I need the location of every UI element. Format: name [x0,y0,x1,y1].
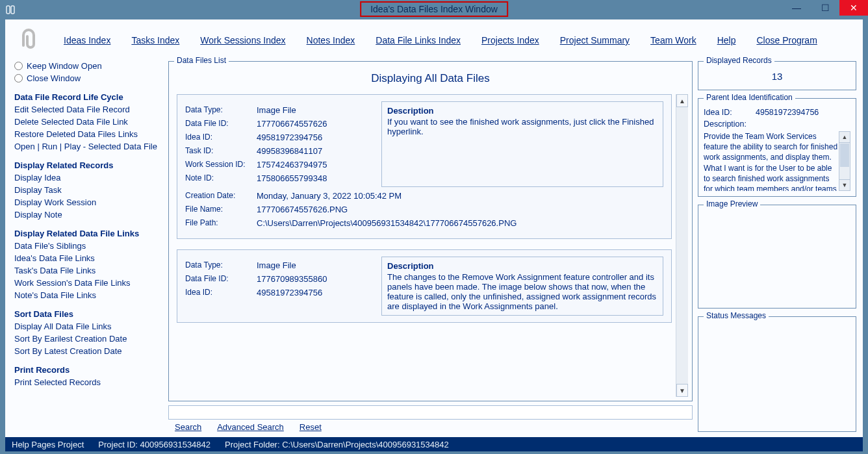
keep-window-open-input[interactable] [14,62,23,70]
advanced-search-link[interactable]: Advanced Search [217,422,284,432]
scroll-down-icon[interactable]: ▼ [839,179,850,190]
nav-project-summary[interactable]: Project Summary [560,35,630,45]
link-delete-link[interactable]: Delete Selected Data File Link [14,117,160,127]
minimize-button[interactable]: — [782,0,811,16]
heading-related-records: Display Related Records [14,160,160,170]
close-window-input[interactable] [14,74,23,82]
center-heading: Displaying All Data Files [173,72,688,85]
scroll-track[interactable] [676,107,688,384]
close-window-radio[interactable]: Close Window [14,73,160,83]
link-note-data-file-links[interactable]: Note's Data File Links [14,290,160,300]
label-data-file-id: Data File ID: [185,274,257,283]
heading-related-links: Display Related Data File Links [14,229,160,238]
parent-idea-id-label: Idea ID: [704,108,756,117]
records-list: Data Type:Image File Data File ID:177706… [173,94,676,397]
label-ws-id: Work Session ID: [185,160,257,169]
displayed-records-value: 13 [704,68,850,84]
keep-window-open-label: Keep Window Open [27,61,102,71]
nav-help[interactable]: Help [717,35,736,45]
value-description: If you want to see the finished work ass… [387,117,657,136]
close-window-label: Close Window [27,73,81,83]
app-body: Ideas Index Tasks Index Work Sessions In… [5,19,863,437]
link-open-run-play[interactable]: Open | Run | Play - Selected Data File [14,142,160,151]
close-button[interactable]: ✕ [839,0,868,16]
link-restore-links[interactable]: Restore Deleted Data Files Links [14,129,160,139]
value-file-path: C:\Users\Darren\Projects\400956931534842… [257,218,517,228]
displayed-records-legend: Displayed Records [704,56,774,65]
records-scroll: Data Type:Image File Data File ID:177706… [173,94,688,397]
nav-work-sessions-index[interactable]: Work Sessions Index [200,35,285,45]
value-ws-id: 175742463794975 [257,160,327,170]
nav-team-work[interactable]: Team Work [650,35,696,45]
link-sort-latest[interactable]: Sort By Latest Creation Date [14,346,160,356]
record-card[interactable]: Data Type:Image File Data File ID:177670… [177,249,672,323]
status-messages-legend: Status Messages [704,311,769,320]
parent-idea-group: Parent Idea Identification Idea ID: 4958… [698,98,856,197]
label-data-type: Data Type: [185,105,257,114]
value-data-type: Image File [257,105,296,115]
link-ws-data-file-links[interactable]: Work Session's Data File Links [14,278,160,288]
label-idea-id: Idea ID: [185,288,257,297]
status-project-id: Project ID: 400956931534842 [98,440,211,449]
nav-tasks-index[interactable]: Tasks Index [131,35,179,45]
status-project-folder: Project Folder: C:\Users\Darren\Projects… [225,440,449,449]
maximize-button[interactable]: ☐ [811,0,839,16]
link-sort-earliest[interactable]: Sort By Earilest Creation Date [14,334,160,344]
heading-sort: Sort Data Files [14,309,160,319]
status-messages-group: Status Messages [698,316,856,432]
nav-projects-index[interactable]: Projects Index [481,35,539,45]
record-card[interactable]: Data Type:Image File Data File ID:177706… [177,94,672,239]
scroll-up-icon[interactable]: ▲ [676,94,688,107]
scroll-thumb[interactable] [840,144,849,167]
link-display-work-session[interactable]: Display Work Session [14,197,160,207]
svg-rect-1 [11,6,14,14]
nav-notes-index[interactable]: Notes Index [307,35,355,45]
title-bar: Idea's Data Files Index Window — ☐ ✕ [0,0,868,19]
search-input[interactable] [168,405,693,420]
parent-idea-id-value: 49581972394756 [756,108,819,117]
search-link[interactable]: Search [175,422,201,432]
link-display-note[interactable]: Display Note [14,210,160,220]
label-description: Description [387,106,657,116]
nav-data-file-links-index[interactable]: Data File Links Index [376,35,461,45]
link-display-idea[interactable]: Display Idea [14,173,160,183]
window-title: Idea's Data Files Index Window [360,1,508,17]
value-data-file-id: 177706674557626 [257,119,327,129]
link-edit-record[interactable]: Edit Selected Data File Record [14,105,160,114]
link-file-siblings[interactable]: Data File's Siblings [14,241,160,251]
link-display-all-links[interactable]: Display All Data File Links [14,322,160,331]
link-task-data-file-links[interactable]: Task's Data File Links [14,266,160,275]
status-bar: Help Pages Project Project ID: 400956931… [5,437,863,451]
displayed-records-group: Displayed Records 13 [698,61,856,90]
link-display-task[interactable]: Display Task [14,185,160,195]
value-creation-date: Monday, January 3, 2022 10:05:42 PM [257,191,402,201]
scroll-down-icon[interactable]: ▼ [676,384,688,397]
link-idea-data-file-links[interactable]: Idea's Data File Links [14,253,160,263]
left-panel: Keep Window Open Close Window Data File … [12,61,163,432]
reset-link[interactable]: Reset [300,422,322,432]
data-files-list-legend: Data Files List [174,56,229,65]
records-scrollbar[interactable]: ▲ ▼ [676,94,688,397]
label-description: Description [387,261,657,271]
search-bar [168,405,693,420]
value-description: The changes to the Remove Work Assignmen… [387,272,657,311]
value-file-name: 177706674557626.PNG [257,205,348,214]
label-data-file-id: Data File ID: [185,119,257,128]
link-print-selected[interactable]: Print Selected Records [14,377,160,387]
status-help-pages[interactable]: Help Pages Project [12,440,84,449]
record-description-box: Description The changes to the Remove Wo… [381,257,663,316]
scroll-up-icon[interactable]: ▲ [839,132,850,143]
parent-desc-scrollbar[interactable]: ▲ ▼ [839,131,850,191]
parent-desc-label: Description: [704,120,756,129]
parent-idea-legend: Parent Idea Identification [704,93,795,102]
center-panel: Data Files List Displaying All Data File… [168,61,693,432]
scroll-track[interactable] [839,168,850,179]
value-data-type: Image File [257,260,296,270]
keep-window-open-radio[interactable]: Keep Window Open [14,61,160,71]
value-idea-id: 49581972394756 [257,132,322,142]
nav-close-program[interactable]: Close Program [756,35,817,45]
nav-ideas-index[interactable]: Ideas Index [64,35,110,45]
value-data-file-id: 177670989355860 [257,274,327,284]
window-controls: — ☐ ✕ [782,0,868,16]
value-idea-id: 49581972394756 [257,288,322,297]
